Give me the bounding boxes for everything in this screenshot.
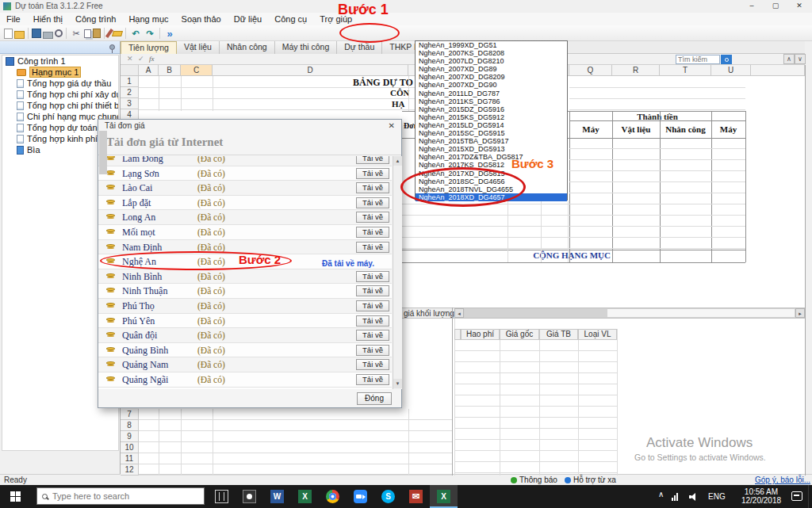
- confirm-icon[interactable]: ✓: [138, 54, 144, 64]
- dropdown-item[interactable]: NgheAn_2011LD_DG787: [416, 90, 567, 97]
- start-button[interactable]: [0, 485, 36, 508]
- scrollbar-thumb[interactable]: [465, 309, 607, 317]
- dropdown-item[interactable]: NgheAn_2015KS_DG5912: [416, 113, 567, 121]
- download-button[interactable]: Tải về: [356, 197, 389, 208]
- word-icon[interactable]: [263, 485, 291, 508]
- pane-tab-fragment[interactable]: giá khối lượng: [404, 309, 454, 318]
- pane-header-loai-vl[interactable]: Loại VL: [578, 329, 617, 340]
- download-button[interactable]: Tải về: [356, 156, 389, 164]
- eraser-icon[interactable]: [112, 31, 123, 36]
- pin-icon[interactable]: [109, 44, 115, 50]
- dropdown-item[interactable]: NgheAn_2015SC_DG5915: [416, 129, 567, 137]
- language-indicator[interactable]: ENG: [708, 492, 726, 501]
- tray-expand-icon[interactable]: ∧: [658, 490, 664, 498]
- download-button[interactable]: Tải về: [356, 345, 389, 356]
- tree-item-cong-trinh-1[interactable]: Công trình 1: [2, 55, 118, 67]
- download-button[interactable]: Tải về: [356, 271, 389, 282]
- taskbar-search-input[interactable]: [52, 491, 187, 501]
- dropdown-item[interactable]: NgheAn_2007LD_DG8210: [416, 57, 567, 65]
- dialog-scrollbar[interactable]: ▲ ▼: [393, 156, 402, 389]
- pane-header-hao-phi[interactable]: Hao phí: [461, 329, 500, 340]
- search-input[interactable]: [676, 55, 720, 64]
- tab-may-thi-cong[interactable]: Máy thi công: [275, 41, 338, 54]
- column-header-u[interactable]: U: [711, 65, 751, 76]
- dropdown-item[interactable]: NgheAn_2015LD_DG5914: [416, 121, 567, 129]
- open-folder-icon[interactable]: [14, 31, 25, 39]
- chrome-icon[interactable]: [319, 485, 347, 508]
- maximize-button[interactable]: ▢: [764, 0, 787, 13]
- tab-vat-lieu[interactable]: Vật liệu: [177, 41, 220, 54]
- column-header-q[interactable]: Q: [569, 65, 612, 76]
- menu-cong-trinh[interactable]: Công trình: [69, 13, 122, 25]
- row-header-10[interactable]: 10: [121, 442, 139, 453]
- menu-hien-thi[interactable]: Hiển thị: [27, 13, 69, 25]
- row-header-11[interactable]: 11: [121, 453, 139, 464]
- network-icon[interactable]: [672, 493, 678, 501]
- action-center-icon[interactable]: [791, 491, 802, 501]
- remote-support-status[interactable]: Hỗ trợ từ xa: [565, 476, 616, 484]
- notice-status[interactable]: Thông báo: [511, 476, 557, 484]
- find-next-button[interactable]: ∨: [795, 54, 806, 64]
- taskbar-search[interactable]: [36, 487, 205, 505]
- scroll-right-button[interactable]: ▸: [795, 308, 805, 318]
- download-button[interactable]: Tải về: [356, 374, 389, 385]
- preview-icon[interactable]: [55, 29, 63, 37]
- sheet-corner-cell[interactable]: [121, 65, 139, 76]
- row-header-9[interactable]: 9: [121, 431, 139, 442]
- minimize-button[interactable]: –: [741, 0, 763, 13]
- cancel-icon[interactable]: ✕: [127, 54, 133, 64]
- dropdown-item[interactable]: NgheAn_1999XD_DG51: [416, 41, 567, 49]
- tab-tien-luong[interactable]: Tiên lượng: [121, 41, 177, 54]
- menu-du-lieu[interactable]: Dữ liệu: [228, 13, 269, 25]
- column-header-b[interactable]: B: [159, 65, 181, 76]
- fast-forward-icon[interactable]: [163, 27, 176, 40]
- find-prev-button[interactable]: ∧: [783, 54, 795, 64]
- download-button[interactable]: Tải về: [356, 330, 389, 341]
- download-button[interactable]: Tải về: [356, 168, 389, 179]
- dropdown-item[interactable]: NgheAn_2015TBA_DG5917: [416, 137, 567, 145]
- row-header-8[interactable]: 8: [121, 420, 139, 431]
- menu-cong-cu[interactable]: Công cụ: [268, 13, 313, 25]
- row-header-1[interactable]: 1: [121, 76, 139, 87]
- download-button[interactable]: Tải về: [356, 242, 389, 253]
- download-button[interactable]: Tải về: [356, 227, 389, 238]
- skype-icon[interactable]: [374, 485, 402, 508]
- tree-item-hang-muc-1[interactable]: Hạng mục 1: [2, 67, 118, 78]
- pane-header-gia-tb[interactable]: Giá TB: [539, 329, 578, 340]
- scroll-down-icon[interactable]: ▼: [393, 379, 402, 388]
- photos-icon[interactable]: [236, 485, 263, 508]
- tree-item-tong-hop-gia-du-thau[interactable]: Tổng hợp giá dự thầu: [2, 78, 118, 89]
- menu-soan-thao[interactable]: Soạn thảo: [175, 13, 228, 25]
- tree-item-tong-hop-chi-phi-thiet-bi[interactable]: Tổng hợp chi phí thiết bị: [2, 100, 118, 111]
- zoom-icon[interactable]: [347, 485, 374, 508]
- row-header-7[interactable]: 7: [121, 409, 139, 420]
- feedback-link[interactable]: Góp ý, báo lỗi...: [755, 476, 810, 484]
- dropdown-item[interactable]: NgheAn_2007XD_DG8209: [416, 73, 567, 81]
- mail-icon[interactable]: [402, 485, 430, 508]
- tab-du-thau[interactable]: Dự thầu: [337, 41, 382, 54]
- column-header-c[interactable]: C: [181, 65, 213, 76]
- download-button[interactable]: Tải về: [356, 315, 389, 327]
- download-button[interactable]: Tải về: [356, 212, 389, 223]
- download-button[interactable]: Tải về: [356, 285, 389, 296]
- tab-nhan-cong[interactable]: Nhân công: [220, 41, 275, 54]
- excel-active-icon[interactable]: [430, 485, 458, 508]
- row-header-12[interactable]: 12: [121, 464, 139, 476]
- dropdown-item[interactable]: NgheAn_2007XD_DG89: [416, 65, 567, 73]
- download-button[interactable]: Tải về: [356, 300, 389, 311]
- dropdown-item[interactable]: NgheAn_2011KS_DG786: [416, 97, 567, 105]
- row-header-2[interactable]: 2: [121, 87, 139, 98]
- save-icon[interactable]: [32, 29, 41, 38]
- redo-icon[interactable]: [144, 27, 156, 40]
- download-button[interactable]: Tải về: [356, 182, 389, 193]
- column-header-a[interactable]: A: [139, 65, 159, 76]
- menu-hang-muc[interactable]: Hạng mục: [122, 13, 174, 25]
- dropdown-item[interactable]: NgheAn_2015DZ_DG5916: [416, 105, 567, 113]
- dong-button[interactable]: Đóng: [357, 392, 392, 405]
- print-icon[interactable]: [43, 32, 53, 39]
- cut-icon[interactable]: [70, 27, 82, 40]
- new-file-icon[interactable]: [4, 29, 13, 39]
- pane-header-gia-goc[interactable]: Giá gốc: [500, 329, 539, 340]
- dropdown-item[interactable]: NgheAn_2007XD_DG90: [416, 81, 567, 89]
- close-button[interactable]: ✕: [788, 0, 810, 13]
